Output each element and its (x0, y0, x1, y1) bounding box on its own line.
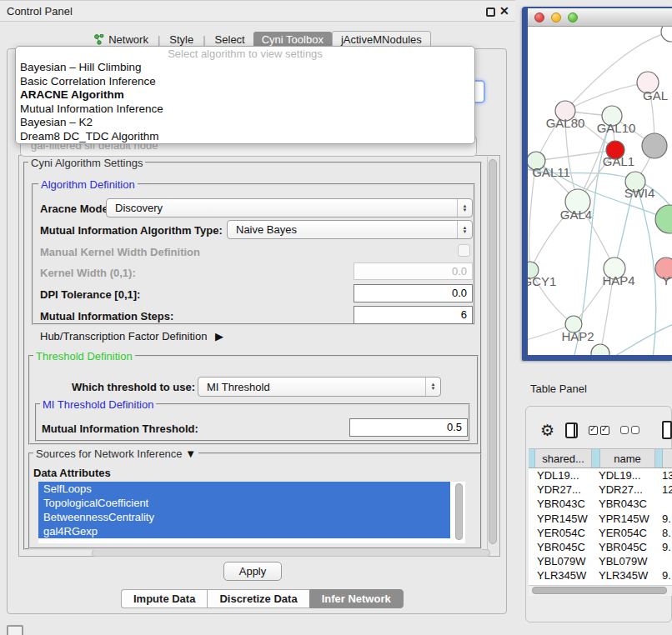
aracne-mode-label: Aracne Mode: (40, 202, 112, 215)
table-cell: YDR27... (529, 482, 599, 497)
table-cell: 9. (662, 568, 672, 582)
node-label: HAP2 (561, 329, 594, 343)
settings-horizontal-scrollbar-thumb[interactable] (92, 549, 490, 557)
export-table-icon[interactable] (662, 421, 672, 439)
mi-threshold-title: MI Threshold Definition (40, 398, 156, 411)
which-threshold-combobox[interactable]: MI Threshold ▲▼ (198, 377, 441, 397)
tab-infer-network[interactable]: Infer Network (309, 589, 404, 608)
control-panel-titlebar: Control Panel ✕ (0, 0, 515, 22)
mi-type-label: Mutual Information Algorithm Type: (40, 224, 223, 237)
table-cell: YPR145W (599, 512, 662, 526)
deselect-columns-icon[interactable] (620, 426, 639, 434)
control-panel-title: Control Panel (7, 5, 73, 18)
float-window-icon[interactable] (486, 8, 495, 17)
mi-steps-label: Mutual Information Steps: (40, 310, 173, 322)
table-row[interactable]: YER054CYER054C8. (529, 526, 672, 540)
manual-kernel-checkbox[interactable] (458, 244, 470, 257)
table-cell: YDL19... (599, 468, 662, 482)
dpi-tolerance-label: DPI Tolerance [0,1]: (40, 288, 140, 301)
network-icon (94, 34, 104, 45)
mi-threshold-field[interactable]: 0.5 (349, 418, 468, 437)
algorithm-popup-list: Bayesian – Hill ClimbingBasic Correlatio… (16, 61, 474, 143)
table-cell: 9. (662, 512, 672, 526)
column-accent (655, 449, 663, 468)
attributes-scrollbar-thumb[interactable] (455, 483, 463, 540)
cyni-algorithm-settings-title: Cyni Algorithm Settings (28, 157, 145, 169)
table-cell: 12 (662, 482, 672, 497)
table-cell: YER054C (529, 526, 599, 540)
algorithm-option[interactable]: ARACNE Algorithm (16, 88, 474, 102)
network-node[interactable] (642, 133, 667, 158)
table-cell: YLR345W (529, 568, 599, 582)
node-label: GAL (643, 88, 668, 102)
node-label: GAL1 (603, 154, 634, 168)
tab-network-label: Network (108, 33, 148, 46)
table-row[interactable]: YDR27...YDR27...12 (529, 482, 672, 497)
table-toolbar: ⚙ (529, 415, 672, 445)
column-header[interactable]: name (600, 449, 655, 468)
sources-title[interactable]: Sources for Network Inference ▼ (33, 448, 198, 460)
table-cell: YLR345W (599, 568, 662, 582)
algorithm-option[interactable]: Dream8 DC_TDC Algorithm (16, 130, 474, 144)
table-row[interactable]: YDL19...YDL19...13 (529, 468, 672, 482)
apply-button[interactable]: Apply (223, 562, 282, 581)
table-row[interactable]: YPR145WYPR145W9. (529, 512, 672, 526)
collapse-arrow-icon: ▼ (185, 448, 196, 460)
attribute-item[interactable]: SelfLoops (38, 482, 450, 496)
split-view-icon[interactable] (565, 422, 578, 438)
algorithm-option[interactable]: Bayesian – Hill Climbing (16, 61, 474, 75)
tab-discretize-data[interactable]: Discretize Data (207, 589, 308, 608)
algorithm-dropdown-popup: Select algorithm to view settings Bayesi… (15, 46, 475, 144)
column-header[interactable]: A (663, 449, 672, 468)
algorithm-option[interactable]: Mutual Information Inference (16, 102, 474, 117)
node-label: GAL4 (560, 208, 592, 222)
table-cell: YBR043C (529, 497, 599, 511)
network-node[interactable] (591, 344, 609, 355)
attribute-item[interactable]: gal4RGexp (38, 524, 450, 538)
table-cell: YBR045C (529, 540, 599, 554)
network-window-titlebar[interactable] (528, 8, 672, 27)
dpi-tolerance-field[interactable]: 0.0 (354, 284, 473, 302)
grid-corner-icon[interactable] (7, 625, 23, 635)
algorithm-option[interactable]: Bayesian – K2 (16, 116, 474, 130)
network-node[interactable] (655, 205, 672, 233)
spinner-arrows-icon: ▲▼ (457, 199, 472, 217)
table-horizontal-scrollbar-thumb[interactable] (532, 587, 667, 594)
table-cell: 8. (662, 526, 672, 540)
mi-steps-field[interactable]: 6 (354, 306, 473, 324)
spinner-arrows-icon: ▲▼ (457, 221, 472, 238)
attribute-item[interactable]: BetweennessCentrality (38, 510, 450, 524)
gear-icon[interactable]: ⚙ (540, 422, 554, 438)
algorithm-definition-title: Algorithm Definition (38, 178, 138, 191)
zoom-traffic-light-icon[interactable] (568, 12, 578, 22)
algorithm-option[interactable]: Basic Correlation Inference (16, 75, 474, 89)
aracne-mode-combobox[interactable]: Discovery ▲▼ (106, 198, 473, 218)
table-cell: YBL079W (599, 554, 662, 568)
network-edge (611, 322, 672, 355)
table-cell: YBR043C (599, 497, 662, 511)
node-label: GCY1 (528, 274, 556, 288)
close-traffic-light-icon[interactable] (534, 12, 544, 22)
close-icon[interactable]: ✕ (499, 4, 509, 18)
table-panel-title: Table Panel (530, 382, 587, 395)
table-cell (662, 497, 672, 511)
column-header[interactable]: shared... (535, 449, 592, 468)
attribute-item[interactable]: TopologicalCoefficient (38, 496, 450, 510)
minimize-traffic-light-icon[interactable] (551, 12, 561, 22)
kernel-width-field[interactable]: 0.0 (354, 262, 473, 280)
table-row[interactable]: YBR045CYBR045C9. (529, 540, 672, 554)
column-accent (529, 449, 535, 468)
table-row[interactable]: YBL079WYBL079W (529, 554, 672, 568)
spinner-arrows-icon: ▲▼ (425, 378, 440, 396)
settings-vertical-scrollbar-thumb[interactable] (489, 159, 497, 544)
hub-definition-expander[interactable]: Hub/Transcription Factor Definition ▶ (40, 330, 223, 342)
mi-type-combobox[interactable]: Naive Bayes ▲▼ (227, 220, 473, 239)
network-view-window[interactable]: GALGAL80GAL10GAL1GAL11SWI4GAL4GCY1HAP4YH… (522, 7, 672, 361)
network-canvas[interactable]: GALGAL80GAL10GAL1GAL11SWI4GAL4GCY1HAP4YH… (528, 27, 672, 355)
table-row[interactable]: YBR043CYBR043C (529, 497, 672, 511)
table-cell: YBL079W (529, 554, 599, 568)
table-row[interactable]: YLR345WYLR345W9. (529, 568, 672, 582)
tab-impute-data[interactable]: Impute Data (121, 589, 207, 608)
select-all-columns-icon[interactable] (589, 426, 609, 435)
network-node[interactable] (661, 27, 672, 42)
